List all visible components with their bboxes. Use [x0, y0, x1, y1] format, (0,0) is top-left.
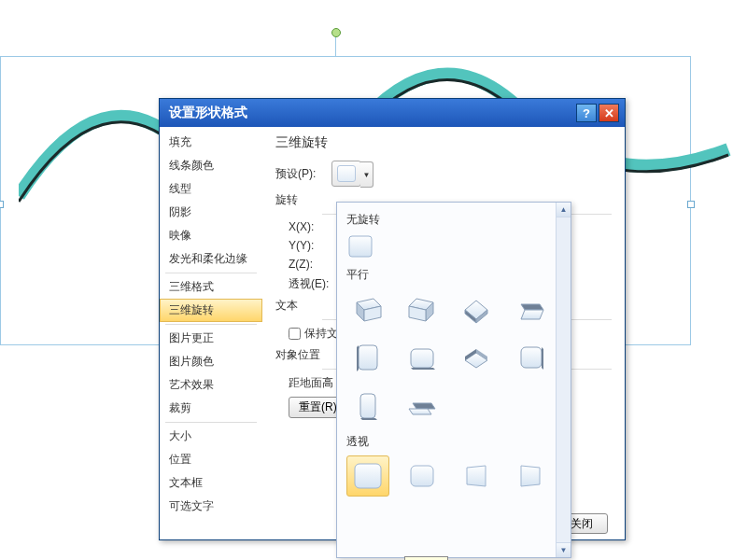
x-label: X(X):: [275, 220, 331, 233]
preset-dropdown-button[interactable]: ▼: [331, 161, 361, 187]
svg-rect-1: [359, 345, 377, 370]
preset-parallel-7[interactable]: [455, 337, 498, 378]
sidebar-item-artistic-effects[interactable]: 艺术效果: [160, 373, 262, 397]
perspective-label: 透视(E):: [275, 276, 331, 292]
text-section-label: 文本: [275, 298, 331, 314]
preset-no-rotation[interactable]: [346, 233, 374, 259]
scroll-down-icon[interactable]: ▼: [557, 542, 571, 557]
preset-preview-icon: [337, 165, 356, 182]
preset-parallel-2[interactable]: [401, 288, 444, 329]
sidebar-item-3d-format[interactable]: 三维格式: [160, 275, 262, 299]
help-button[interactable]: ?: [576, 104, 597, 122]
distance-ground-label: 距地面高: [289, 375, 333, 391]
sidebar-item-alt-text[interactable]: 可选文字: [160, 495, 262, 518]
y-label: Y(Y):: [275, 239, 331, 252]
sidebar-item-textbox[interactable]: 文本框: [160, 471, 262, 495]
resize-handle-left[interactable]: [0, 201, 4, 208]
category-sidebar: 填充 线条颜色 线型 阴影 映像 发光和柔化边缘 三维格式 三维旋转 图片更正 …: [160, 127, 262, 539]
preset-parallel-3[interactable]: [455, 288, 498, 329]
svg-rect-2: [411, 349, 433, 368]
sidebar-item-glow[interactable]: 发光和柔化边缘: [160, 247, 262, 271]
svg-rect-6: [411, 466, 433, 486]
sidebar-item-picture-correction[interactable]: 图片更正: [160, 327, 262, 350]
dialog-titlebar[interactable]: 设置形状格式 ? ✕: [160, 99, 625, 127]
preset-dropdown-panel: ▲ ▼ 无旋转 平行 透视: [336, 202, 571, 558]
sidebar-item-line-color[interactable]: 线条颜色: [160, 154, 262, 177]
keep-text-flat-label: 保持文: [304, 326, 338, 342]
sidebar-item-position[interactable]: 位置: [160, 448, 262, 471]
preset-tooltip: 前透视: [404, 556, 448, 560]
dropdown-scrollbar[interactable]: ▲ ▼: [556, 203, 571, 557]
preset-perspective-4[interactable]: [509, 455, 552, 497]
object-position-label: 对象位置: [275, 347, 331, 363]
svg-rect-5: [355, 464, 381, 488]
z-label: Z(Z):: [275, 258, 331, 271]
sidebar-item-picture-color[interactable]: 图片颜色: [160, 350, 262, 373]
preset-parallel-6[interactable]: [401, 337, 444, 378]
sidebar-item-line-style[interactable]: 线型: [160, 177, 262, 201]
scroll-up-icon[interactable]: ▲: [557, 203, 571, 217]
rotation-section-label: 旋转: [275, 192, 331, 208]
preset-perspective-2[interactable]: [401, 455, 444, 497]
perspective-group-label: 透视: [346, 434, 567, 450]
dialog-title: 设置形状格式: [169, 105, 247, 121]
preset-parallel-4[interactable]: [509, 288, 552, 329]
preset-parallel-5[interactable]: [346, 337, 389, 378]
svg-rect-3: [521, 347, 542, 368]
close-icon[interactable]: ✕: [599, 104, 619, 122]
preset-parallel-8[interactable]: [509, 337, 552, 378]
sidebar-item-shadow[interactable]: 阴影: [160, 201, 262, 224]
rotation-handle[interactable]: [331, 28, 341, 37]
rotation-handle-line: [335, 37, 336, 56]
sidebar-item-3d-rotation[interactable]: 三维旋转: [160, 299, 262, 322]
preset-label: 预设(P):: [275, 166, 331, 182]
preset-parallel-1[interactable]: [346, 288, 389, 329]
chevron-down-icon[interactable]: ▼: [360, 161, 374, 188]
panel-heading: 三维旋转: [275, 134, 612, 151]
no-rotation-label: 无旋转: [346, 212, 567, 228]
svg-rect-4: [360, 394, 375, 418]
keep-text-flat-checkbox[interactable]: [289, 328, 301, 340]
sidebar-item-crop[interactable]: 裁剪: [160, 397, 262, 420]
sidebar-item-reflection[interactable]: 映像: [160, 224, 262, 247]
parallel-label: 平行: [346, 267, 567, 283]
preset-perspective-3[interactable]: [455, 455, 498, 497]
sidebar-item-fill[interactable]: 填充: [160, 131, 262, 154]
preset-parallel-10[interactable]: [401, 385, 444, 427]
preset-perspective-front[interactable]: [346, 455, 389, 497]
preset-parallel-9[interactable]: [346, 385, 389, 427]
sidebar-item-size[interactable]: 大小: [160, 425, 262, 448]
svg-rect-0: [349, 236, 372, 257]
